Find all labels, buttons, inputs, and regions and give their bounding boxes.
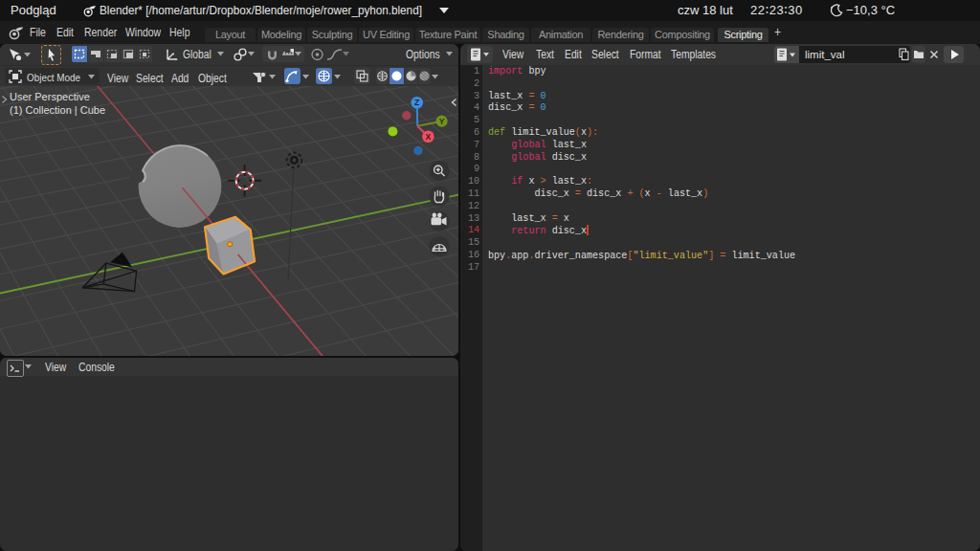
svg-text:(1) Collection | Cube: (1) Collection | Cube (10, 104, 105, 116)
svg-text:X: X (426, 132, 432, 142)
svg-text:Z: Z (414, 98, 419, 107)
svg-text:User Perspective: User Perspective (10, 91, 90, 102)
svg-text:Y: Y (439, 117, 445, 126)
